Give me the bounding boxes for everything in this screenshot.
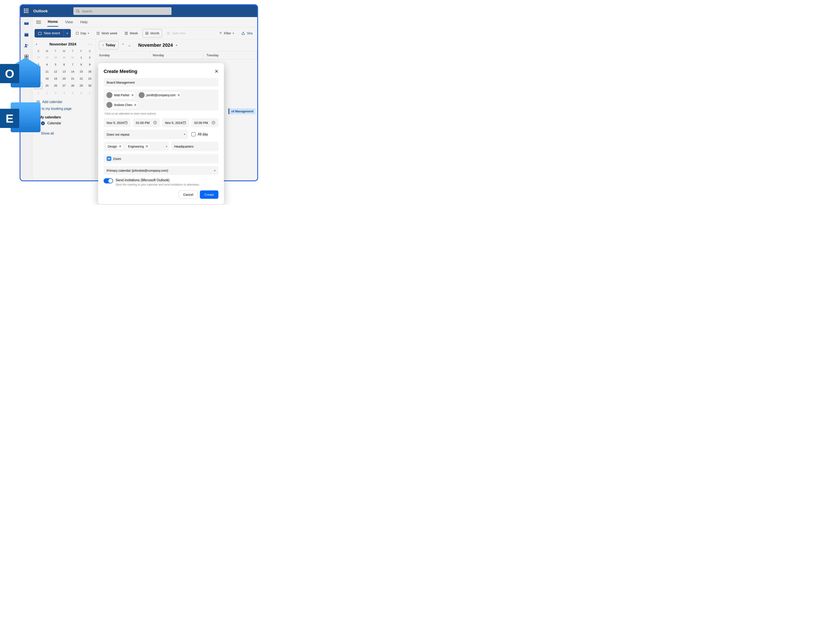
start-time-field[interactable]: 01:00 PM bbox=[133, 118, 160, 127]
mini-cal-day[interactable]: 1 bbox=[77, 54, 85, 61]
mini-cal-day[interactable]: 26 bbox=[52, 83, 59, 89]
mini-cal-day[interactable]: 9 bbox=[86, 61, 94, 67]
search-input[interactable] bbox=[82, 9, 169, 13]
mini-cal-day[interactable]: 7 bbox=[86, 90, 94, 96]
mini-cal-day[interactable]: 4 bbox=[60, 90, 68, 96]
mini-cal-day[interactable]: 5 bbox=[69, 90, 77, 96]
mini-cal-day[interactable]: 6 bbox=[60, 61, 68, 67]
calendar-item[interactable]: Calendar bbox=[35, 119, 94, 125]
show-all-link[interactable]: Show all bbox=[35, 132, 94, 135]
start-date-field[interactable]: Nov 5, 2024 bbox=[104, 118, 131, 127]
mini-cal-day[interactable]: 29 bbox=[52, 54, 59, 61]
calendar-event[interactable]: rd Management bbox=[229, 108, 256, 114]
mail-icon[interactable] bbox=[24, 21, 29, 26]
remove-icon[interactable]: ✕ bbox=[119, 144, 121, 149]
all-day-checkbox[interactable]: All day bbox=[190, 130, 218, 139]
meeting-name-input[interactable]: Board Management bbox=[104, 78, 218, 87]
attendee-chip[interactable]: jsmith@company.com✕ bbox=[138, 91, 182, 99]
split-view-button[interactable]: Split view bbox=[164, 29, 188, 38]
chevron-down-icon[interactable]: ▾ bbox=[166, 145, 167, 148]
mini-cal-day[interactable]: 18 bbox=[43, 75, 51, 82]
mini-cal-day[interactable]: 14 bbox=[69, 69, 77, 75]
mini-cal-day[interactable]: 28 bbox=[69, 83, 77, 89]
calendar-month-title: November 2024 bbox=[138, 43, 173, 48]
hamburger-icon[interactable] bbox=[36, 20, 41, 25]
add-calendar-link[interactable]: Add calendar bbox=[35, 100, 94, 104]
app-launcher-icon[interactable] bbox=[24, 9, 29, 14]
mini-cal-day[interactable]: 3 bbox=[52, 90, 59, 96]
search-box[interactable] bbox=[74, 7, 172, 15]
view-month-button[interactable]: Month bbox=[143, 29, 162, 38]
next-month-icon[interactable]: ↓ bbox=[91, 43, 92, 46]
close-icon[interactable]: ✕ bbox=[215, 69, 218, 74]
mini-cal-day[interactable]: 29 bbox=[77, 83, 85, 89]
view-week-button[interactable]: Week bbox=[122, 29, 140, 38]
mini-cal-day[interactable]: 28 bbox=[43, 54, 51, 61]
mini-cal-day[interactable]: 8 bbox=[77, 61, 85, 67]
calendar-select[interactable]: Primary calendar (johndoe@company.com)▾ bbox=[104, 166, 218, 175]
svg-rect-34 bbox=[108, 158, 109, 159]
prev-month-icon[interactable]: ↑ bbox=[89, 43, 90, 46]
today-button[interactable]: ↑Today bbox=[99, 41, 118, 49]
mini-cal-day[interactable]: 12 bbox=[52, 69, 59, 75]
outlook-logo-icon: O bbox=[0, 55, 43, 94]
view-workweek-button[interactable]: Work week bbox=[94, 29, 120, 38]
conference-field[interactable]: Zoom bbox=[104, 154, 218, 164]
mini-cal-day[interactable]: 11 bbox=[43, 69, 51, 75]
mini-cal-day[interactable]: 16 bbox=[86, 69, 94, 75]
new-event-dropdown[interactable]: ▾ bbox=[64, 29, 71, 38]
tab-home[interactable]: Home bbox=[48, 17, 58, 27]
filter-button[interactable]: Filter▾ bbox=[216, 29, 236, 38]
cancel-button[interactable]: Cancel bbox=[179, 190, 198, 199]
mini-cal-day[interactable]: 5 bbox=[52, 61, 59, 67]
people-icon[interactable] bbox=[24, 43, 29, 48]
month-dropdown-icon[interactable]: ▾ bbox=[176, 44, 177, 47]
mini-cal-day[interactable]: 23 bbox=[86, 75, 94, 82]
attendee-chip[interactable]: Andrew Chen✕ bbox=[105, 101, 139, 109]
mini-cal-day[interactable]: 22 bbox=[77, 75, 85, 82]
tab-view[interactable]: View bbox=[64, 18, 74, 26]
remove-icon[interactable]: ✕ bbox=[134, 103, 137, 107]
mini-cal-day[interactable]: 20 bbox=[60, 75, 68, 82]
mini-cal-day[interactable]: 27 bbox=[60, 83, 68, 89]
attendees-field[interactable]: Matt Parker✕jsmith@company.com✕Andrew Ch… bbox=[104, 89, 218, 111]
mini-cal-day[interactable]: 30 bbox=[60, 54, 68, 61]
mini-cal-day[interactable]: 2 bbox=[86, 54, 94, 61]
location-field[interactable]: Headquarters bbox=[171, 142, 218, 151]
calendar-icon[interactable] bbox=[24, 32, 29, 37]
remove-icon[interactable]: ✕ bbox=[177, 93, 180, 97]
new-event-button[interactable]: New event ▾ bbox=[35, 29, 71, 38]
send-invitations-toggle[interactable] bbox=[104, 178, 113, 183]
mini-cal-day[interactable]: 2 bbox=[43, 90, 51, 96]
collapse-icon[interactable]: ▾ bbox=[36, 43, 37, 46]
tag-chip[interactable]: Design✕ bbox=[105, 143, 124, 149]
share-button[interactable]: Sha bbox=[239, 29, 255, 38]
mini-cal-day[interactable]: 21 bbox=[69, 75, 77, 82]
ribbon-tabs: Home View Help bbox=[32, 17, 257, 27]
mini-cal-day[interactable]: 13 bbox=[60, 69, 68, 75]
repeat-dropdown[interactable]: Does not repeat▾ bbox=[104, 130, 188, 139]
mini-cal-day[interactable]: 25 bbox=[43, 83, 51, 89]
remove-icon[interactable]: ✕ bbox=[131, 93, 134, 97]
remove-icon[interactable]: ✕ bbox=[146, 144, 148, 149]
clock-icon bbox=[212, 121, 215, 124]
prev-icon[interactable]: ⌃ bbox=[121, 43, 125, 48]
tags-field[interactable]: Design✕Engineering✕▾ bbox=[104, 142, 169, 151]
create-button[interactable]: Create bbox=[200, 190, 218, 199]
end-date-field[interactable]: Nov 5, 2024 bbox=[162, 118, 189, 127]
tag-chip[interactable]: Engineering✕ bbox=[126, 143, 151, 149]
end-time-field[interactable]: 02:00 PM bbox=[191, 118, 218, 127]
mini-cal-day[interactable]: 31 bbox=[69, 54, 77, 61]
my-calendars-header[interactable]: ▾My calendars bbox=[35, 115, 94, 119]
mini-cal-day[interactable]: 7 bbox=[69, 61, 77, 67]
mini-cal-day[interactable]: 15 bbox=[77, 69, 85, 75]
view-day-button[interactable]: Day▾ bbox=[73, 29, 92, 38]
next-icon[interactable]: ⌄ bbox=[128, 43, 131, 48]
tab-help[interactable]: Help bbox=[80, 18, 88, 26]
mini-cal-day[interactable]: 19 bbox=[52, 75, 59, 82]
mini-cal-day[interactable]: 6 bbox=[77, 90, 85, 96]
mini-cal-day[interactable]: 4 bbox=[43, 61, 51, 67]
booking-link[interactable]: Go to my booking page bbox=[35, 107, 94, 111]
mini-cal-day[interactable]: 30 bbox=[86, 83, 94, 89]
attendee-chip[interactable]: Matt Parker✕ bbox=[105, 91, 136, 99]
